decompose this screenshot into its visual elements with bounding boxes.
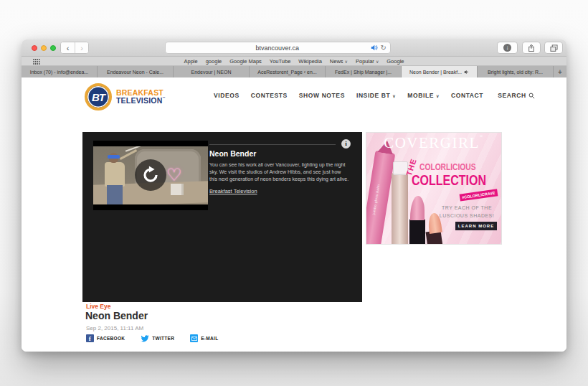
tabs-icon bbox=[550, 44, 558, 52]
covergirl-ad[interactable]: jumbo gloss balm COVERGIRL® THE COLORLIC… bbox=[366, 132, 502, 245]
back-button[interactable]: ‹ bbox=[61, 42, 75, 53]
new-tab-button[interactable]: + bbox=[554, 66, 566, 77]
tab-audio-icon[interactable] bbox=[464, 70, 469, 75]
share-bar: f FACEBOOK TWITTER E- bbox=[86, 334, 218, 342]
bookmark-google-maps[interactable]: Google Maps bbox=[229, 58, 262, 65]
bookmark-apple[interactable]: Apple bbox=[184, 58, 198, 65]
webpage: BT BREAKFAST TELEVISION™ VIDEOS CONTESTS… bbox=[22, 77, 566, 352]
product-lipstick-base bbox=[409, 219, 425, 245]
bookmarks-bar: Apple google Google Maps YouTube Wikiped… bbox=[22, 57, 566, 66]
product-lipstick-pink bbox=[410, 196, 425, 220]
share-button[interactable] bbox=[522, 42, 541, 54]
ad-tagline-line1: TRY EACH OF THE bbox=[442, 205, 492, 210]
nav-contact[interactable]: CONTACT bbox=[451, 92, 483, 99]
audio-speaker-icon[interactable] bbox=[371, 44, 378, 51]
minimize-button[interactable] bbox=[41, 45, 47, 51]
nav-inside-bt[interactable]: INSIDE BT∨ bbox=[356, 92, 396, 99]
nav-label: MOBILE bbox=[407, 92, 434, 99]
share-icon bbox=[528, 44, 535, 52]
bookmark-label: Popular bbox=[356, 58, 374, 65]
bookmark-google-lc[interactable]: google bbox=[206, 58, 222, 65]
video-thumbnail[interactable]: ♡ bbox=[93, 141, 208, 210]
window-controls bbox=[32, 45, 56, 51]
replay-button[interactable] bbox=[135, 159, 166, 191]
share-email-button[interactable]: E-MAIL bbox=[190, 334, 218, 342]
share-twitter-button[interactable]: TWITTER bbox=[141, 335, 174, 342]
downloads-button[interactable]: ↓ bbox=[497, 42, 518, 54]
bookmark-label: Google Maps bbox=[229, 58, 262, 65]
video-player: ♡ i Neon Bender You can see his work all… bbox=[82, 132, 362, 302]
zoom-button[interactable] bbox=[50, 45, 56, 51]
address-bar-icons: ↻ bbox=[371, 44, 390, 52]
bt-logo[interactable]: BT BREAKFAST TELEVISION™ bbox=[85, 83, 166, 110]
tab-label: Inbox (70) - info@endea... bbox=[30, 70, 88, 75]
bookmark-news-folder[interactable]: News∨ bbox=[330, 58, 348, 65]
nav-label: CONTESTS bbox=[251, 92, 288, 99]
nav-search[interactable]: SEARCH bbox=[498, 92, 535, 99]
tab-fedex[interactable]: FedEx | Ship Manager |... bbox=[326, 66, 402, 77]
tab-endeavour-neon[interactable]: Endeavour Neon - Cale... bbox=[98, 66, 174, 77]
bookmark-label: Google bbox=[387, 58, 404, 65]
tab-label: FedEx | Ship Manager |... bbox=[335, 70, 392, 75]
show-all-bookmarks-icon[interactable] bbox=[33, 59, 40, 65]
share-label: FACEBOOK bbox=[97, 336, 125, 341]
category-label[interactable]: Live Eye bbox=[86, 303, 111, 310]
video-title: Neon Bender bbox=[209, 149, 351, 158]
share-facebook-button[interactable]: f FACEBOOK bbox=[86, 334, 125, 342]
nav-label: SHOW NOTES bbox=[299, 92, 345, 99]
article-date: Sep 2, 2015, 11:11 AM bbox=[86, 325, 143, 331]
url-text[interactable]: btvancouver.ca bbox=[166, 44, 371, 52]
neon-heart-icon: ♡ bbox=[166, 165, 182, 185]
search-icon bbox=[528, 93, 535, 99]
person-legs bbox=[107, 185, 123, 204]
tab-inbox[interactable]: Inbox (70) - info@endea... bbox=[22, 66, 98, 77]
ad-hashtag-badge: #COLORLICRAVE bbox=[460, 189, 498, 201]
ad-tagline: TRY EACH OF THE LUSCIOUS SHADES! bbox=[435, 204, 498, 220]
address-bar[interactable]: btvancouver.ca ↻ bbox=[165, 42, 391, 54]
neon-bender-person bbox=[105, 162, 125, 187]
safari-window: ‹ › btvancouver.ca ↻ ↓ bbox=[22, 39, 566, 352]
close-button[interactable] bbox=[32, 45, 37, 51]
trademark-symbol: ™ bbox=[162, 96, 165, 100]
chevron-down-icon: ∨ bbox=[345, 59, 348, 64]
chevron-down-icon: ∨ bbox=[436, 93, 440, 98]
tab-label: AceRestorent_Page ‹ en... bbox=[257, 70, 317, 75]
ad-collection-text: COLLECTION bbox=[412, 172, 486, 189]
nav-label: VIDEOS bbox=[214, 92, 240, 99]
bookmark-google[interactable]: Google bbox=[387, 58, 404, 65]
nav-label: INSIDE BT bbox=[356, 92, 390, 99]
video-description: You can see his work all over Vancouver,… bbox=[209, 161, 349, 183]
source-link[interactable]: Breakfast Television bbox=[209, 188, 257, 194]
forward-button[interactable]: › bbox=[75, 42, 88, 53]
tab-bright-lights[interactable]: Bright lights, old city: R... bbox=[478, 66, 554, 77]
bookmark-youtube[interactable]: YouTube bbox=[270, 58, 290, 65]
tab-endevour[interactable]: Endevour | NEON bbox=[174, 66, 250, 77]
main-navigation: VIDEOS CONTESTS SHOW NOTES INSIDE BT∨ MO… bbox=[214, 92, 535, 99]
nav-videos[interactable]: VIDEOS bbox=[214, 92, 240, 99]
nav-contests[interactable]: CONTESTS bbox=[251, 92, 288, 99]
video-info-column: Neon Bender You can see his work all ove… bbox=[209, 139, 351, 196]
nav-show-notes[interactable]: SHOW NOTES bbox=[299, 92, 345, 99]
heart-stand bbox=[171, 184, 184, 195]
replay-icon bbox=[141, 165, 161, 185]
tab-label: Neon Bender | Breakf... bbox=[409, 70, 462, 75]
email-icon bbox=[190, 334, 198, 342]
bookmark-label: News bbox=[330, 58, 343, 65]
ad-tagline-line2: LUSCIOUS SHADES! bbox=[440, 213, 494, 218]
bookmark-label: Wikipedia bbox=[298, 58, 322, 65]
learn-more-button[interactable]: LEARN MORE bbox=[455, 222, 497, 230]
nav-mobile[interactable]: MOBILE∨ bbox=[407, 92, 440, 99]
bookmark-wikipedia[interactable]: Wikipedia bbox=[298, 58, 322, 65]
bt-logo-text: BREAKFAST TELEVISION™ bbox=[116, 89, 166, 105]
chevron-down-icon: ∨ bbox=[392, 93, 396, 98]
bookmark-popular-folder[interactable]: Popular∨ bbox=[356, 58, 379, 65]
desktop-background: ‹ › btvancouver.ca ↻ ↓ bbox=[0, 0, 588, 386]
reload-icon[interactable]: ↻ bbox=[381, 44, 387, 52]
ad-colorlicious-text: COLORLICIOUS bbox=[419, 162, 476, 172]
tab-neon-bender-active[interactable]: Neon Bender | Breakf... bbox=[402, 66, 478, 77]
tab-label: Bright lights, old city: R... bbox=[488, 70, 543, 75]
download-icon: ↓ bbox=[503, 44, 511, 52]
tab-label: Endeavour Neon - Cale... bbox=[107, 70, 163, 75]
tab-overview-button[interactable] bbox=[544, 42, 563, 54]
tab-acerestorent[interactable]: AceRestorent_Page ‹ en... bbox=[250, 66, 326, 77]
